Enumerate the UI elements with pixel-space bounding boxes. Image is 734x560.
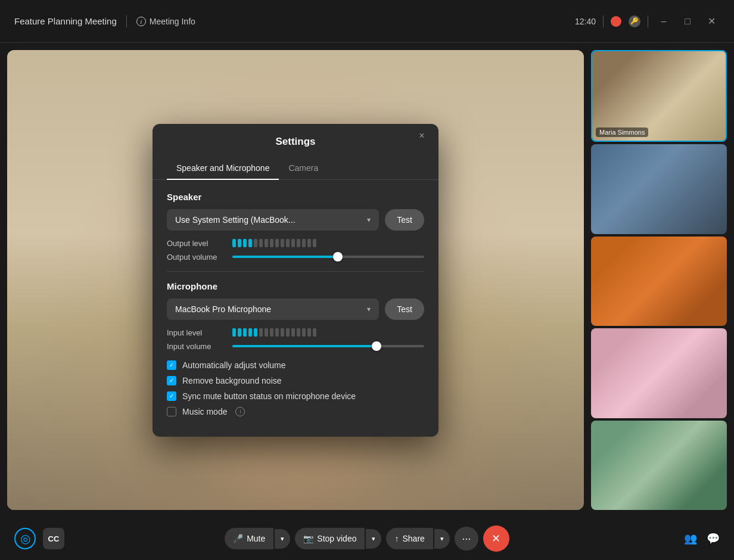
checkbox-music-mode: Music mode i [167, 407, 424, 416]
end-call-button[interactable]: ✕ [483, 525, 509, 552]
input-bar-16 [313, 328, 316, 337]
participant-video-1[interactable]: Maria Simmons [591, 50, 727, 142]
tab-speaker-microphone[interactable]: Speaker and Microphone [167, 157, 279, 180]
modal-header: Settings × [153, 124, 438, 148]
video-chevron-button[interactable]: ▾ [366, 529, 381, 549]
level-bar-12 [291, 239, 295, 247]
input-level-bars [232, 328, 316, 337]
checkbox-remove-noise: ✓ Remove background noise [167, 376, 424, 385]
share-chevron-button[interactable]: ▾ [434, 529, 450, 549]
meeting-info-label: Meeting Info [150, 17, 195, 26]
input-bar-8 [270, 328, 273, 337]
microphone-device-select[interactable]: MacBook Pro Microphone ▾ [167, 298, 379, 320]
input-volume-slider[interactable] [232, 345, 424, 347]
microphone-select-chevron-icon: ▾ [367, 305, 371, 313]
input-bar-2 [238, 328, 241, 337]
minimize-button[interactable]: – [655, 13, 672, 30]
level-bar-1 [232, 239, 236, 247]
main-content: Settings × Speaker and Microphone Camera… [0, 43, 734, 517]
close-button[interactable]: ✕ [703, 13, 720, 30]
input-volume-fill [232, 345, 377, 347]
checkbox-sync-mute-label: Sync mute button status on microphone de… [182, 391, 356, 401]
mute-btn-group: 🎤 Mute ▾ [225, 528, 290, 549]
share-icon: ↑ [394, 534, 399, 543]
output-volume-slider[interactable] [232, 256, 424, 258]
section-divider [167, 271, 424, 272]
mic-icon: 🎤 [233, 534, 243, 543]
mute-label: Mute [247, 534, 265, 543]
speaker-device-select[interactable]: Use System Setting (MacBook... ▾ [167, 209, 379, 231]
level-bar-4 [248, 239, 252, 247]
settings-modal-overlay: Settings × Speaker and Microphone Camera… [7, 50, 584, 510]
checkbox-sync-mute-input[interactable]: ✓ [167, 391, 176, 401]
mute-button[interactable]: 🎤 Mute [225, 528, 273, 549]
checkbox-auto-adjust-input[interactable]: ✓ [167, 360, 176, 370]
tab-camera[interactable]: Camera [279, 157, 328, 180]
settings-tabs: Speaker and Microphone Camera [153, 157, 438, 180]
input-bar-4 [248, 328, 252, 337]
cc-button[interactable]: CC [43, 528, 64, 549]
mute-chevron-button[interactable]: ▾ [275, 529, 290, 549]
speaker-device-label: Use System Setting (MacBook... [175, 215, 296, 225]
checkbox-sync-mute: ✓ Sync mute button status on microphone … [167, 391, 424, 401]
speaker-select-chevron-icon: ▾ [367, 216, 371, 224]
titlebar-divider-2 [603, 15, 604, 27]
toolbar-left: ◎ CC [14, 528, 64, 549]
settings-modal: Settings × Speaker and Microphone Camera… [153, 124, 438, 437]
output-volume-thumb[interactable] [333, 252, 343, 262]
stop-video-label: Stop video [317, 534, 356, 543]
input-bar-12 [291, 328, 295, 337]
maximize-button[interactable]: □ [679, 13, 696, 30]
microphone-select-row: MacBook Pro Microphone ▾ Test [167, 298, 424, 320]
meeting-info-button[interactable]: i Meeting Info [136, 17, 195, 26]
toolbar: ◎ CC 🎤 Mute ▾ 📷 Stop video ▾ ↑ Share ▾ ·… [0, 517, 734, 560]
speaker-test-button[interactable]: Test [385, 209, 424, 231]
level-bar-5 [254, 239, 257, 247]
output-volume-fill [232, 256, 338, 258]
output-level-row: Output level [167, 239, 424, 248]
microphone-test-button[interactable]: Test [385, 298, 424, 320]
time-display: 12:40 [575, 17, 596, 26]
input-volume-thumb[interactable] [372, 341, 381, 351]
stop-video-button[interactable]: 📷 Stop video [295, 528, 365, 549]
input-volume-row: Input volume [167, 342, 424, 351]
checkbox-music-mode-input[interactable] [167, 407, 176, 416]
share-label: Share [402, 534, 424, 543]
input-level-row: Input level [167, 328, 424, 337]
input-bar-10 [281, 328, 284, 337]
participant-video-bg-3 [591, 237, 727, 326]
level-bar-16 [313, 239, 316, 247]
input-bar-3 [243, 328, 247, 337]
input-bar-5 [254, 328, 257, 337]
modal-close-button[interactable]: × [415, 129, 429, 143]
participants-icon[interactable]: 👥 [684, 532, 697, 545]
participant-video-5[interactable] [591, 421, 727, 510]
participant-name-1: Maria Simmons [596, 127, 648, 137]
checkbox-remove-noise-input[interactable]: ✓ [167, 376, 176, 385]
share-btn-group: ↑ Share ▾ [386, 528, 449, 549]
video-btn-group: 📷 Stop video ▾ [295, 528, 381, 549]
input-level-label: Input level [167, 328, 226, 337]
level-bar-9 [275, 239, 279, 247]
titlebar-divider-3 [648, 15, 648, 27]
level-bar-6 [259, 239, 263, 247]
participant-video-3[interactable] [591, 237, 727, 326]
share-button[interactable]: ↑ Share [386, 528, 433, 549]
level-bar-3 [243, 239, 247, 247]
meeting-title: Feature Planning Meeting [14, 16, 117, 26]
level-bar-13 [297, 239, 300, 247]
assistant-icon[interactable]: ◎ [14, 528, 36, 549]
camera-icon: 📷 [303, 534, 313, 543]
more-options-button[interactable]: ··· [455, 527, 478, 550]
input-bar-1 [232, 328, 236, 337]
titlebar-divider [126, 15, 127, 27]
chat-icon[interactable]: 💬 [707, 532, 720, 545]
participant-video-2[interactable] [591, 144, 727, 234]
recording-indicator [611, 16, 621, 27]
level-bar-14 [302, 239, 306, 247]
sidebar-videos: Maria Simmons [591, 43, 734, 517]
participant-video-4[interactable] [591, 328, 727, 418]
input-bar-11 [286, 328, 290, 337]
microphone-device-label: MacBook Pro Microphone [175, 304, 271, 314]
output-level-bars [232, 239, 316, 247]
